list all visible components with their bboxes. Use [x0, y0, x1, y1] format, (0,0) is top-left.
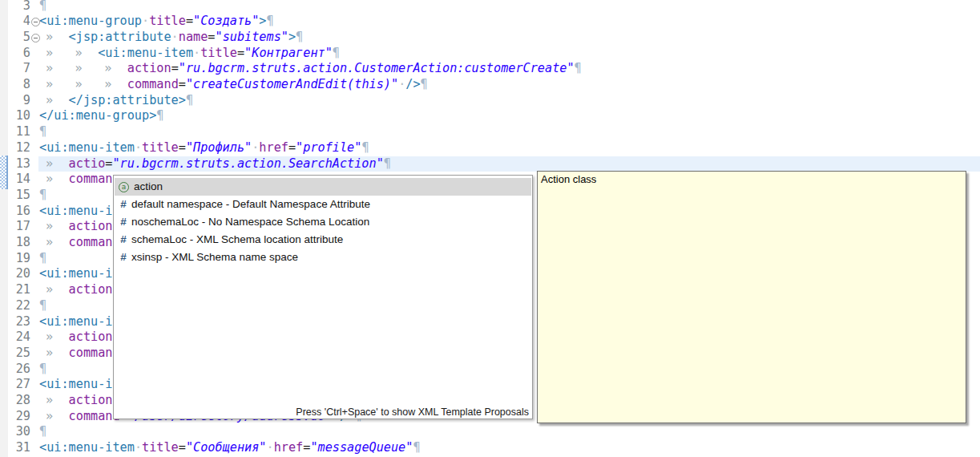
range-indicator — [0, 156, 8, 189]
paragraph-mark: ¶ — [296, 30, 303, 44]
code-line[interactable]: 4<ui:menu-group·title="Создать">¶ — [0, 14, 980, 30]
code-attr: command — [69, 409, 120, 423]
code-line-current[interactable]: 13»actio="ru.bgcrm.struts.action.SearchA… — [0, 156, 980, 172]
collapse-icon[interactable] — [31, 34, 40, 42]
paragraph-mark: ¶ — [421, 77, 428, 91]
space-dot: · — [135, 440, 142, 455]
paragraph-mark: ¶ — [361, 140, 369, 155]
tab-marker: » — [39, 409, 69, 425]
tab-marker: » — [39, 77, 69, 93]
space-dot: · — [193, 46, 200, 60]
code-attr: action — [69, 219, 113, 233]
template-icon: # — [119, 231, 128, 249]
proposal-list: aaction#default namespace - Default Name… — [115, 178, 531, 266]
code-attr: title — [149, 14, 186, 28]
code-line[interactable]: 5»<jsp:attribute·name="subitems">¶ — [0, 30, 980, 46]
code-attr: href — [259, 140, 288, 155]
proposal-label: default namespace - Default Namespace At… — [131, 196, 370, 213]
code-line[interactable]: 12<ui:menu-item·title="Профиль"·href="pr… — [0, 140, 980, 156]
attribute-icon: a — [119, 182, 129, 192]
code-tag: <ui:menu-item — [39, 440, 135, 455]
code-attr: comman — [69, 235, 113, 249]
code-tag: <ui:menu-i — [39, 204, 112, 218]
paragraph-mark: ¶ — [39, 298, 46, 313]
code-tag: /> — [405, 77, 420, 91]
paragraph-mark: ¶ — [39, 362, 46, 376]
code-val: "Профиль" — [186, 140, 252, 155]
tab-marker: » — [69, 61, 99, 77]
code-line[interactable]: 3¶ — [0, 0, 980, 14]
space-dot: · — [267, 440, 274, 455]
code-val: "profile" — [296, 140, 361, 155]
content-assist-popup: aaction#default namespace - Default Name… — [113, 175, 533, 419]
code-val: "Создать" — [193, 14, 259, 28]
paragraph-mark: ¶ — [39, 0, 46, 13]
paragraph-mark: ¶ — [39, 188, 46, 202]
tab-marker: » — [39, 346, 69, 362]
tab-marker: » — [39, 219, 69, 235]
paragraph-mark: ¶ — [267, 14, 274, 28]
template-icon: # — [119, 196, 128, 213]
code-attr: title — [142, 140, 179, 155]
code-val: "Контрагент" — [244, 46, 333, 60]
code-attr: action — [69, 330, 113, 344]
code-tag: > — [288, 30, 296, 44]
code-line[interactable]: 6»»<ui:menu-item·title="Контрагент"¶ — [0, 46, 980, 62]
code-attr: action — [69, 282, 113, 297]
code-line[interactable]: 10</ui:menu-group>¶ — [0, 108, 980, 124]
code-line[interactable]: 7»»»action="ru.bgcrm.struts.action.Custo… — [0, 61, 980, 77]
code-line[interactable]: 30¶ — [0, 424, 980, 440]
code-line[interactable]: 9»</jsp:attribute>¶ — [0, 93, 980, 109]
space-dot: · — [252, 140, 259, 155]
code-val: "createCustomerAndEdit(this)" — [186, 77, 398, 91]
tab-marker: » — [39, 156, 69, 172]
code-attr: actio — [69, 156, 106, 171]
annotation-ruler[interactable] — [0, 0, 8, 457]
code-tag: <ui:menu-i — [39, 377, 112, 391]
code-eq: = — [237, 46, 244, 60]
space-dot: · — [135, 140, 142, 155]
code-val: "ru.bgcrm.struts.action.SearchAction" — [112, 156, 383, 171]
tab-marker: » — [39, 330, 69, 346]
code-line[interactable]: 31<ui:menu-item·title="Сообщения"·href="… — [0, 440, 980, 456]
code-tag: <ui:menu-item — [39, 140, 135, 155]
code-tag: </ui:menu-group> — [39, 108, 156, 123]
code-attr: action — [69, 393, 113, 407]
xml-editor: 3¶4<ui:menu-group·title="Создать">¶5»<js… — [0, 0, 980, 457]
code-tag: > — [259, 14, 266, 28]
tab-marker: » — [39, 46, 69, 62]
code-line[interactable]: 8»»»command="createCustomerAndEdit(this)… — [0, 77, 980, 93]
code-val: "messageQueue" — [310, 440, 413, 455]
code-attr: title — [200, 46, 237, 60]
code-attr: name — [179, 30, 208, 44]
paragraph-mark: ¶ — [39, 124, 46, 139]
code-tag: <jsp:attribute — [69, 30, 171, 44]
code-eq: = — [179, 140, 186, 155]
proposal-item[interactable]: #xsinsp - XML Schema name space — [115, 249, 531, 266]
code-line[interactable]: 11¶ — [0, 124, 980, 140]
popup-hint: Press 'Ctrl+Space' to show XML Template … — [296, 406, 529, 418]
proposal-label: action — [134, 178, 163, 196]
tab-marker: » — [98, 77, 127, 93]
code-attr: command — [127, 77, 179, 91]
proposal-item[interactable]: #default namespace - Default Namespace A… — [115, 196, 531, 213]
paragraph-mark: ¶ — [39, 251, 46, 265]
tab-marker: » — [98, 61, 127, 77]
tab-marker: » — [39, 235, 69, 251]
space-dot: · — [398, 77, 405, 91]
code-eq: = — [179, 77, 186, 91]
code-tag: <ui:menu-i — [39, 266, 112, 281]
template-icon: # — [119, 213, 128, 231]
paragraph-mark: ¶ — [384, 156, 391, 171]
tab-marker: » — [39, 172, 69, 188]
proposal-item[interactable]: #schemaLoc - XML Schema location attribu… — [115, 231, 531, 249]
code-eq: = — [208, 30, 215, 44]
template-icon: # — [119, 249, 128, 266]
proposal-item[interactable]: #noschemaLoc - No Namespace Schema Locat… — [115, 213, 531, 231]
space-dot: · — [142, 14, 149, 28]
code-tag: </jsp:attribute> — [69, 93, 186, 107]
proposal-item[interactable]: aaction — [115, 178, 531, 196]
code-attr: comman — [69, 346, 113, 360]
code-eq: = — [179, 440, 186, 455]
code-val: "subitems" — [216, 30, 288, 44]
